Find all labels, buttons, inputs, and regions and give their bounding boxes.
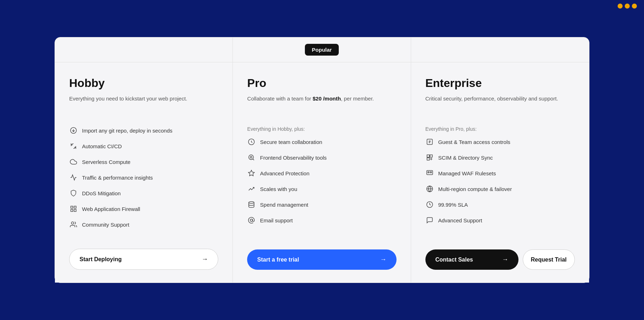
spend-icon	[247, 200, 256, 209]
enterprise-features-label: Everything in Pro, plus:	[425, 126, 575, 132]
svg-point-8	[249, 155, 254, 160]
svg-rect-15	[430, 155, 432, 158]
list-item: Community Support	[69, 220, 218, 229]
pro-price: $20 /month	[313, 96, 341, 102]
enterprise-features: Guest & Team access controls SCIM & Dire…	[425, 138, 575, 237]
list-item: Advanced Support	[425, 216, 575, 224]
list-item: Traffic & performance insights	[69, 173, 218, 182]
plan-enterprise: Enterprise Critical security, performanc…	[411, 62, 589, 283]
enterprise-badge-cell	[411, 37, 589, 62]
list-item: Serverless Compute	[69, 158, 218, 166]
team-collab-icon	[247, 138, 256, 146]
plan-pro: Pro Collaborate with a team for $20 /mon…	[233, 62, 411, 283]
contact-sales-button[interactable]: Contact Sales →	[425, 249, 518, 270]
sla-icon	[425, 200, 434, 209]
pro-features-label: Everything in Hobby, plus:	[247, 126, 396, 132]
list-item: Scales with you	[247, 185, 396, 193]
cloud-icon	[69, 158, 78, 166]
hobby-cta-area: Start Deploying →	[69, 249, 218, 270]
list-item: Import any git repo, deploy in seconds	[69, 126, 218, 135]
support-icon	[425, 216, 434, 224]
enterprise-cta-area: Contact Sales → Request Trial	[425, 249, 575, 270]
feature-text: Scales with you	[260, 186, 297, 192]
enterprise-name: Enterprise	[425, 77, 575, 90]
feature-text: Secure team collaboration	[260, 139, 322, 145]
activity-icon	[69, 173, 78, 182]
svg-point-11	[249, 202, 254, 203]
svg-point-6	[71, 222, 74, 224]
feature-text: Community Support	[82, 222, 129, 228]
svg-rect-2	[71, 206, 73, 208]
plan-hobby: Hobby Everything you need to kickstart y…	[55, 62, 233, 283]
shield-icon	[69, 189, 78, 197]
arrow-icon: →	[502, 256, 508, 263]
feature-text: Managed WAF Rulesets	[438, 170, 496, 176]
feature-text: Serverless Compute	[82, 159, 131, 165]
feature-text: Frontend Observability tools	[260, 155, 327, 161]
feature-text: Guest & Team access controls	[438, 139, 510, 145]
list-item: Managed WAF Rulesets	[425, 169, 575, 177]
feature-text: Traffic & performance insights	[82, 175, 153, 181]
svg-rect-16	[427, 158, 429, 160]
list-item: SCIM & Directory Sync	[425, 153, 575, 162]
feature-text: Automatic CI/CD	[82, 143, 122, 149]
access-control-icon	[425, 138, 434, 146]
list-item: Frontend Observability tools	[247, 153, 396, 162]
dot-3	[632, 4, 637, 9]
list-item: Guest & Team access controls	[425, 138, 575, 146]
email-icon	[247, 216, 256, 224]
window-dots	[618, 4, 637, 9]
list-item: Email support	[247, 216, 396, 224]
feature-text: Web Application Firewall	[82, 206, 140, 212]
feature-text: SCIM & Directory Sync	[438, 155, 493, 161]
feature-text: Multi-region compute & failover	[438, 186, 512, 192]
svg-point-9	[250, 156, 252, 158]
download-icon	[69, 126, 78, 135]
dot-2	[625, 4, 630, 9]
scale-icon	[247, 185, 256, 193]
arrow-icon: →	[201, 256, 208, 263]
start-free-trial-button[interactable]: Start a free trial →	[247, 249, 396, 270]
svg-marker-10	[249, 170, 255, 176]
feature-text: Advanced Protection	[260, 170, 309, 176]
popular-badge: Popular	[305, 44, 339, 56]
cicd-icon	[69, 142, 78, 150]
pricing-card: Popular Hobby Everything you need to kic…	[55, 37, 589, 283]
pro-desc-after: , per member.	[341, 96, 374, 102]
hobby-badge-cell	[55, 37, 233, 62]
pro-desc: Collaborate with a team for $20 /month, …	[247, 95, 396, 116]
scim-icon	[425, 153, 434, 162]
list-item: 99.99% SLA	[425, 200, 575, 209]
start-deploying-button[interactable]: Start Deploying →	[69, 249, 218, 270]
firewall-icon	[69, 205, 78, 213]
svg-rect-19	[430, 172, 431, 173]
list-item: Automatic CI/CD	[69, 142, 218, 150]
pro-desc-plain: Collaborate with a team for	[247, 96, 312, 102]
dot-1	[618, 4, 623, 9]
pro-badge-cell: Popular	[233, 37, 411, 62]
feature-text: 99.99% SLA	[438, 202, 468, 208]
pro-name: Pro	[247, 77, 396, 90]
hobby-desc: Everything you need to kickstart your we…	[69, 95, 218, 116]
pro-features: Secure team collaboration Frontend Obser…	[247, 138, 396, 237]
list-item: DDoS Mitigation	[69, 189, 218, 197]
list-item: Spend management	[247, 200, 396, 209]
svg-rect-14	[427, 155, 429, 158]
hobby-features: Import any git repo, deploy in seconds A…	[69, 126, 218, 236]
feature-text: DDoS Mitigation	[82, 190, 121, 196]
svg-rect-18	[428, 172, 429, 173]
arrow-icon: →	[380, 256, 387, 263]
list-item: Multi-region compute & failover	[425, 185, 575, 193]
hobby-name: Hobby	[69, 77, 218, 90]
waf-icon	[425, 169, 434, 177]
community-icon	[69, 220, 78, 229]
list-item: Web Application Firewall	[69, 205, 218, 213]
pro-cta-area: Start a free trial →	[247, 249, 396, 270]
globe-icon	[425, 185, 434, 193]
list-item: Advanced Protection	[247, 169, 396, 177]
feature-text: Email support	[260, 217, 293, 223]
feature-text: Advanced Support	[438, 217, 482, 223]
request-trial-button[interactable]: Request Trial	[523, 249, 575, 270]
feature-text: Spend management	[260, 202, 308, 208]
badge-row: Popular	[55, 37, 589, 62]
